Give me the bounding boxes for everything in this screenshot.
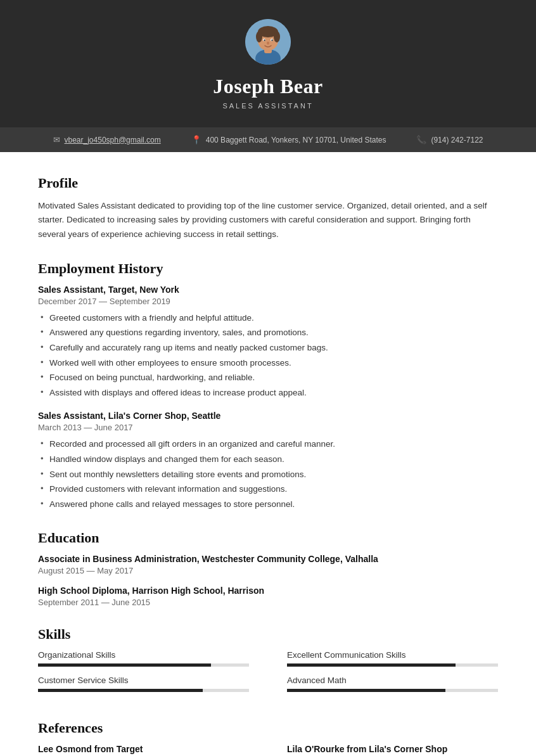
email-link[interactable]: vbear_jo450sph@gmail.com xyxy=(65,136,161,144)
svg-point-5 xyxy=(256,31,262,42)
skill-bar-bg-2 xyxy=(287,663,498,667)
skill-name-1: Organizational Skills xyxy=(38,650,249,660)
job-title-2: Sales Assistant, Lila's Corner Shop, Sea… xyxy=(38,411,498,421)
skill-item-4: Advanced Math xyxy=(287,676,498,692)
svg-point-10 xyxy=(271,39,272,41)
svg-point-6 xyxy=(274,31,280,42)
bullet-2-2: Handled window displays and changed them… xyxy=(38,452,498,466)
job-bullets-1: Greeted customers with a friendly and he… xyxy=(38,311,498,400)
avatar-container xyxy=(25,19,511,67)
contact-bar: ✉ vbear_jo450sph@gmail.com 📍 400 Baggett… xyxy=(0,127,536,152)
skill-item-1: Organizational Skills xyxy=(38,650,249,667)
education-section: Education Associate in Business Administ… xyxy=(38,530,498,607)
resume-wrapper: Joseph Bear SALES ASSISTANT ✉ vbear_jo45… xyxy=(0,0,536,756)
skill-bar-bg-1 xyxy=(38,663,249,667)
ref-entry-1: Lee Osmond from Target xyxy=(38,744,249,754)
phone-icon: 📞 xyxy=(416,135,426,144)
skill-bar-bg-3 xyxy=(38,689,249,692)
address-text: 400 Baggett Road, Yonkers, NY 10701, Uni… xyxy=(206,136,386,144)
phone-text: (914) 242-7122 xyxy=(431,136,483,144)
skill-bar-fill-1 xyxy=(38,663,211,667)
job-bullets-2: Recorded and processed all gift orders i… xyxy=(38,437,498,511)
skill-name-3: Customer Service Skills xyxy=(38,676,249,685)
skill-bar-fill-2 xyxy=(287,663,456,667)
skill-name-4: Advanced Math xyxy=(287,676,498,685)
ref-entry-2: Lila O'Rourke from Lila's Corner Shop xyxy=(287,744,498,754)
skill-bar-bg-4 xyxy=(287,689,498,692)
ref-name-2: Lila O'Rourke from Lila's Corner Shop xyxy=(287,744,498,754)
edu-degree-2: High School Diploma, Harrison High Schoo… xyxy=(38,586,498,596)
job-entry-1: Sales Assistant, Target, New York Decemb… xyxy=(38,285,498,400)
avatar xyxy=(245,19,291,65)
employment-section: Employment History Sales Assistant, Targ… xyxy=(38,260,498,511)
skills-section: Skills Organizational Skills Excellent C… xyxy=(38,626,498,701)
edu-entry-2: High School Diploma, Harrison High Schoo… xyxy=(38,586,498,607)
job-dates-1: December 2017 — September 2019 xyxy=(38,297,498,306)
skill-bar-fill-4 xyxy=(287,689,445,692)
phone-contact: 📞 (914) 242-7122 xyxy=(416,135,483,144)
profile-text: Motivated Sales Assistant dedicated to p… xyxy=(38,199,498,241)
email-contact: ✉ vbear_jo450sph@gmail.com xyxy=(53,135,161,144)
edu-degree-1: Associate in Business Administration, We… xyxy=(38,554,498,564)
email-icon: ✉ xyxy=(53,135,60,144)
education-title: Education xyxy=(38,530,498,546)
header-section: Joseph Bear SALES ASSISTANT xyxy=(0,0,536,127)
references-title: References xyxy=(38,720,498,736)
job-title-1: Sales Assistant, Target, New York xyxy=(38,285,498,295)
employment-title: Employment History xyxy=(38,260,498,277)
svg-point-11 xyxy=(267,42,269,45)
svg-point-9 xyxy=(264,39,265,41)
bullet-2-3: Sent out monthly newsletters detailing s… xyxy=(38,468,498,482)
job-dates-2: March 2013 — June 2017 xyxy=(38,423,498,432)
bullet-2-1: Recorded and processed all gift orders i… xyxy=(38,437,498,451)
skill-item-2: Excellent Communication Skills xyxy=(287,650,498,667)
refs-grid: Lee Osmond from Target Lila O'Rourke fro… xyxy=(38,744,498,754)
ref-name-1: Lee Osmond from Target xyxy=(38,744,249,754)
edu-dates-2: September 2011 — June 2015 xyxy=(38,598,498,607)
address-contact: 📍 400 Baggett Road, Yonkers, NY 10701, U… xyxy=(191,135,386,144)
profile-section: Profile Motivated Sales Assistant dedica… xyxy=(38,175,498,241)
edu-entry-1: Associate in Business Administration, We… xyxy=(38,554,498,575)
bullet-2-4: Provided customers with relevant informa… xyxy=(38,482,498,496)
job-entry-2: Sales Assistant, Lila's Corner Shop, Sea… xyxy=(38,411,498,511)
skill-name-2: Excellent Communication Skills xyxy=(287,650,498,660)
header-name: Joseph Bear xyxy=(25,75,511,98)
bullet-1-1: Greeted customers with a friendly and he… xyxy=(38,311,498,325)
main-content: Profile Motivated Sales Assistant dedica… xyxy=(0,152,536,756)
bullet-1-5: Focused on being punctual, hardworking, … xyxy=(38,371,498,385)
bullet-1-4: Worked well with other employees to ensu… xyxy=(38,356,498,370)
bullet-1-3: Carefully and accurately rang up items a… xyxy=(38,341,498,355)
header-title: SALES ASSISTANT xyxy=(25,102,511,110)
skill-bar-fill-3 xyxy=(38,689,203,692)
skills-grid: Organizational Skills Excellent Communic… xyxy=(38,650,498,701)
skills-title: Skills xyxy=(38,626,498,643)
profile-title: Profile xyxy=(38,175,498,191)
edu-dates-1: August 2015 — May 2017 xyxy=(38,566,498,575)
bullet-2-5: Answered phone calls and relayed message… xyxy=(38,497,498,511)
skill-item-3: Customer Service Skills xyxy=(38,676,249,692)
references-section: References Lee Osmond from Target Lila O… xyxy=(38,720,498,754)
location-icon: 📍 xyxy=(191,135,201,144)
bullet-1-6: Assisted with displays and offered ideas… xyxy=(38,386,498,400)
bullet-1-2: Answered any questions regarding invento… xyxy=(38,326,498,340)
